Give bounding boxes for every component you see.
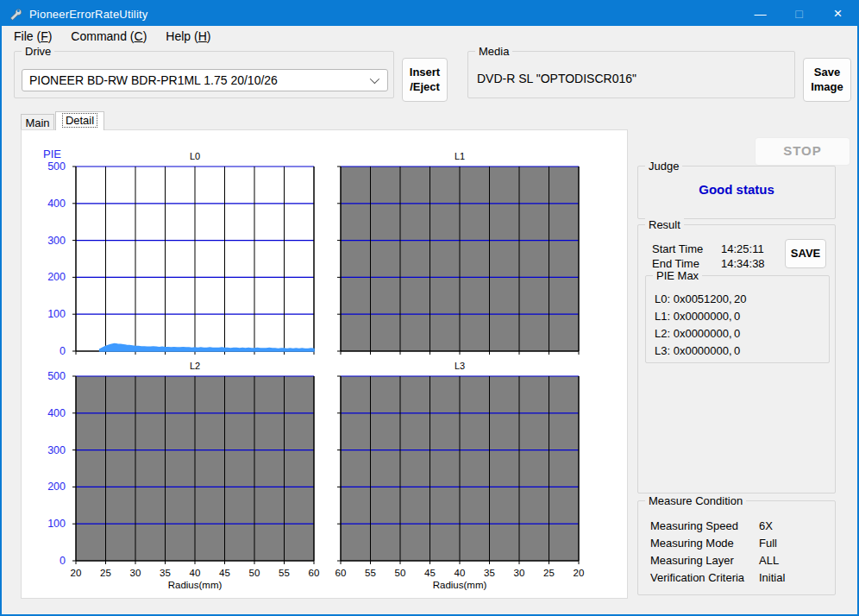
chart-title: L3 xyxy=(455,361,465,371)
x-tick-label: 20 xyxy=(574,568,585,578)
drive-select[interactable]: PIONEER BD-RW BDR-PR1ML 1.75 20/10/26 xyxy=(22,69,388,91)
x-tick-label: 30 xyxy=(130,568,141,578)
drive-group: Drive PIONEER BD-RW BDR-PR1ML 1.75 20/10… xyxy=(14,51,394,98)
x-tick-label: 40 xyxy=(455,568,466,578)
chart-l1: L1 xyxy=(337,151,579,355)
y-tick-label: 500 xyxy=(47,160,66,173)
window-title: PioneerErrorRateUtility xyxy=(29,8,148,21)
menu-command[interactable]: Command (C) xyxy=(71,29,147,43)
menu-bar: File (F) Command (C) Help (H) xyxy=(2,26,857,47)
y-tick-label: 0 xyxy=(60,555,66,567)
maximize-button[interactable]: □ xyxy=(780,2,818,26)
y-tick-label: 400 xyxy=(47,407,66,419)
x-tick-label: 50 xyxy=(395,568,406,578)
pie-max-row: L0: 0x0051200,20 xyxy=(655,290,824,307)
pie-max-row: L2: 0x0000000,0 xyxy=(655,324,824,342)
y-tick-label: 300 xyxy=(47,444,66,456)
y-tick-label: 400 xyxy=(47,198,66,210)
media-group-label: Media xyxy=(475,45,512,58)
end-time-label: End Time xyxy=(652,257,699,270)
measure-condition-row: Measuring Speed6X xyxy=(650,517,830,534)
y-tick-label: 100 xyxy=(47,308,66,320)
media-group: Media DVD-R SL "OPTODISCR016" xyxy=(467,51,795,98)
pie-max-row: L3: 0x0000000,0 xyxy=(655,342,824,359)
save-button[interactable]: SAVE xyxy=(785,239,826,268)
tab-main[interactable]: Main xyxy=(21,114,54,129)
result-group-label: Result xyxy=(645,218,684,231)
start-time-value: 14:25:11 xyxy=(721,242,764,255)
x-tick-label: 40 xyxy=(190,568,201,578)
pie-max-group: PIE Max L0: 0x0051200,20L1: 0x0000000,0L… xyxy=(645,275,830,363)
x-tick-label: 60 xyxy=(335,568,347,578)
measure-condition-row: Measuring ModeFull xyxy=(650,534,830,551)
pie-axis-label: PIE xyxy=(43,148,61,160)
x-tick-label: 30 xyxy=(514,568,525,578)
x-tick-label: 20 xyxy=(71,568,82,578)
drive-group-label: Drive xyxy=(22,45,54,58)
pie-charts-canvas: PIEL00100200300400500L1L2010020030040050… xyxy=(22,130,627,598)
judge-group: Judge Good status xyxy=(637,166,836,219)
x-tick-label: 55 xyxy=(279,568,290,578)
stop-button: STOP xyxy=(755,137,850,166)
y-tick-label: 100 xyxy=(47,518,66,530)
judge-group-label: Judge xyxy=(645,160,682,173)
y-tick-label: 0 xyxy=(60,345,66,357)
drive-select-value: PIONEER BD-RW BDR-PR1ML 1.75 20/10/26 xyxy=(29,73,278,87)
pie-max-rows: L0: 0x0051200,20L1: 0x0000000,0L2: 0x000… xyxy=(655,290,824,359)
result-group: Result Start Time 14:25:11 End Time 14:3… xyxy=(637,224,836,493)
media-value: DVD-R SL "OPTODISCR016" xyxy=(477,72,636,85)
judge-status: Good status xyxy=(638,182,835,197)
pie-max-label: PIE Max xyxy=(653,269,702,282)
x-axis-label: Radius(mm) xyxy=(168,580,223,590)
measure-condition-rows: Measuring Speed6XMeasuring ModeFullMeasu… xyxy=(650,517,830,586)
chart-l2: L20100200300400500202530354045505560Radi… xyxy=(47,361,319,590)
y-tick-label: 300 xyxy=(47,235,66,247)
chart-title: L2 xyxy=(190,361,200,371)
menu-file[interactable]: File (F) xyxy=(14,29,52,43)
pie-max-row: L1: 0x0000000,0 xyxy=(655,307,824,324)
detail-tab-page: PIEL00100200300400500L1L2010020030040050… xyxy=(21,129,628,599)
x-tick-label: 35 xyxy=(160,568,171,578)
title-bar: PioneerErrorRateUtility — □ × xyxy=(2,2,857,26)
save-image-button[interactable]: Save Image xyxy=(803,58,851,102)
y-tick-label: 200 xyxy=(47,271,66,283)
app-window: PioneerErrorRateUtility — □ × File (F) C… xyxy=(0,0,859,616)
x-tick-label: 60 xyxy=(309,568,320,578)
x-tick-label: 35 xyxy=(484,568,495,578)
chart-l3: L3605550454035302520Radius(mm) xyxy=(335,361,585,590)
x-tick-label: 50 xyxy=(249,568,260,578)
insert-eject-button[interactable]: Insert /Eject xyxy=(402,58,448,102)
measure-condition-row: Verification CriteriaInitial xyxy=(650,569,830,586)
measure-condition-group: Measure Condition Measuring Speed6XMeasu… xyxy=(637,500,836,595)
x-tick-label: 25 xyxy=(100,568,111,578)
tab-detail[interactable]: Detail xyxy=(55,111,104,130)
x-tick-label: 55 xyxy=(365,568,376,578)
menu-help[interactable]: Help (H) xyxy=(166,29,210,43)
chart-l0: L00100200300400500 xyxy=(47,151,314,357)
measure-condition-label: Measure Condition xyxy=(645,494,746,507)
measure-condition-row: Measuring LayerALL xyxy=(650,551,830,569)
y-tick-label: 500 xyxy=(47,370,66,382)
chart-title: L0 xyxy=(190,151,200,161)
chevron-down-icon xyxy=(370,74,379,84)
y-tick-label: 200 xyxy=(47,481,66,493)
x-axis-label: Radius(mm) xyxy=(433,580,487,590)
start-time-label: Start Time xyxy=(652,242,703,255)
x-tick-label: 45 xyxy=(219,568,230,578)
chart-title: L1 xyxy=(455,151,465,161)
end-time-value: 14:34:38 xyxy=(721,257,765,270)
minimize-button[interactable]: — xyxy=(741,2,780,26)
x-tick-label: 25 xyxy=(543,568,555,578)
x-tick-label: 45 xyxy=(424,568,436,578)
close-button[interactable]: × xyxy=(818,2,857,26)
wrench-icon xyxy=(9,7,22,21)
